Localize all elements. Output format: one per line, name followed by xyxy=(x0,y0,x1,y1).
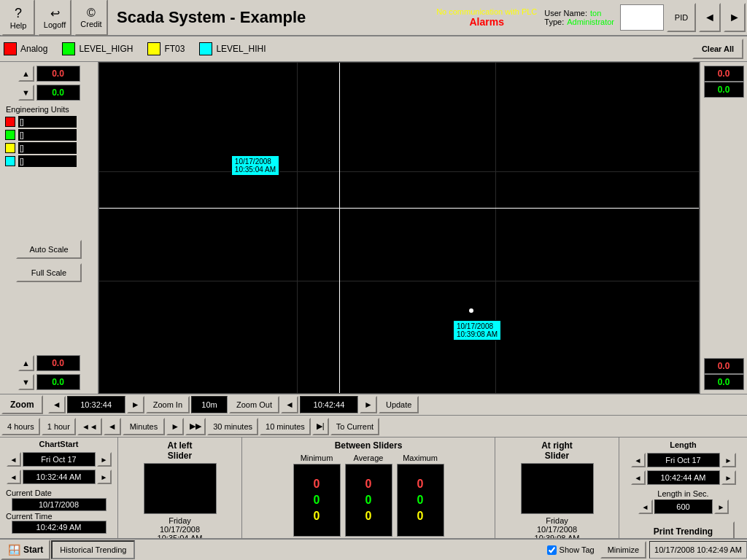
length-date-next[interactable]: ► xyxy=(721,453,736,467)
credit-button[interactable]: © Credit xyxy=(74,0,108,36)
user-label: User Name: xyxy=(544,9,587,18)
right-panel: 0.0 0.0 0.0 0.0 xyxy=(700,62,747,394)
time-display-2: 10:42:44 xyxy=(300,396,358,413)
logoff-label: Logoff xyxy=(44,20,66,29)
left-panel: ▲ 0.0 ▼ 0.0 Engineering Units [] [] xyxy=(0,62,98,394)
eng-color-3 xyxy=(5,143,15,153)
length-date-prev[interactable]: ◄ xyxy=(631,453,646,467)
length-time-prev[interactable]: ◄ xyxy=(631,470,646,485)
between-cols-container: Minimum 0 0 0 Average 0 0 0 Maximum 0 xyxy=(245,454,492,537)
eng-val-4: [] xyxy=(18,155,77,167)
length-sec-display: 600 xyxy=(654,499,713,514)
cs-time-next-button[interactable]: ► xyxy=(97,470,112,484)
time-next-button[interactable]: ► xyxy=(166,418,184,435)
between-min-label: Minimum xyxy=(301,454,333,462)
zoom-main-button[interactable]: Zoom xyxy=(1,395,43,414)
max-val-yellow: 0 xyxy=(417,510,424,523)
at-left-title: At leftSlider xyxy=(168,440,193,461)
show-tag-checkbox[interactable] xyxy=(547,545,557,555)
taskbar-app-item[interactable]: Historical Trending xyxy=(51,540,135,559)
full-scale-button[interactable]: Full Scale xyxy=(16,263,82,282)
chart-tooltip-2: 10/17/2008 10:39:08 AM xyxy=(453,320,501,341)
auto-scale-button[interactable]: Auto Scale xyxy=(16,240,82,259)
next-button[interactable]: ► xyxy=(724,3,746,32)
up-arrow-button[interactable]: ▲ xyxy=(18,66,34,82)
analog-label: Analog xyxy=(20,44,47,54)
chart-prev-button[interactable]: ◄ xyxy=(48,396,66,413)
level-hihi-color-box xyxy=(199,42,212,55)
eng-color-4 xyxy=(5,156,15,166)
update-button[interactable]: Update xyxy=(379,396,419,413)
double-next-button[interactable]: ▶▶ xyxy=(185,418,206,435)
at-left-panel: At leftSlider Friday 10/17/2008 10:35:04… xyxy=(118,438,242,545)
help-button[interactable]: ? Help xyxy=(1,0,35,36)
to-end-button[interactable]: ▶| xyxy=(312,418,329,435)
length-sec-label: Length in Sec. xyxy=(657,489,708,498)
crosshair-v1 xyxy=(339,63,340,393)
bottom-section: ChartStart ◄ Fri Oct 17 ► ◄ 10:32:44 AM … xyxy=(0,438,747,545)
taskbar-app-label: Historical Trending xyxy=(60,545,126,554)
curr-date-val: 10/17/2008 xyxy=(12,498,107,511)
zoom-in-button[interactable]: Zoom In xyxy=(146,396,190,413)
min-val-red: 0 xyxy=(314,478,320,491)
val2-text: 0.0 xyxy=(52,88,64,98)
eng-row-4: [] xyxy=(5,155,93,167)
clock-display: 10/17/2008 10:42:49 AM xyxy=(649,541,747,559)
slider-next-button[interactable]: ► xyxy=(360,396,377,413)
thirty-min-button[interactable]: 30 minutes xyxy=(207,418,258,435)
prev-button[interactable]: ◄ xyxy=(699,3,721,32)
ten-min-button[interactable]: 10 minutes xyxy=(260,418,311,435)
time-prev-button[interactable]: ◄ xyxy=(104,418,121,435)
max-val-green: 0 xyxy=(417,494,424,507)
show-tag-label: Show Tag xyxy=(560,545,595,554)
eng-color-1 xyxy=(5,117,15,127)
clear-all-button[interactable]: Clear All xyxy=(692,39,743,59)
to-current-button[interactable]: To Current xyxy=(330,418,379,435)
bottom-arrow-down-row: ▼ 0.0 xyxy=(18,374,80,390)
down-arrow-button[interactable]: ▼ xyxy=(18,85,34,101)
cs-nav-row: ◄ Fri Oct 17 ► xyxy=(7,452,112,467)
val1-text: 0.0 xyxy=(52,69,64,79)
tooltip1-time: 10:35:04 AM xyxy=(235,166,276,174)
alarms-text: Alarms xyxy=(469,16,503,28)
time-display-1: 10:32:44 xyxy=(67,396,125,413)
start-button[interactable]: 🪟 Start xyxy=(1,540,50,560)
minimize-button[interactable]: Minimize xyxy=(600,541,646,559)
legend-item-ft03: FT03 xyxy=(147,42,185,55)
time-bar: 4 hours 1 hour ◄◄ ◄ Minutes ► ▶▶ 30 minu… xyxy=(0,416,747,438)
logoff-button[interactable]: ↩ Logoff xyxy=(38,0,71,36)
white-box xyxy=(620,4,664,31)
ft03-color-box xyxy=(147,42,160,55)
chart-tooltip-1: 10/17/2008 10:35:04 AM xyxy=(231,155,279,176)
bottom-up-button[interactable]: ▲ xyxy=(18,355,34,371)
minutes-button[interactable]: Minutes xyxy=(123,418,166,435)
slider-prev-button[interactable]: ◄ xyxy=(281,396,298,413)
taskbar: 🪟 Start Historical Trending Show Tag Min… xyxy=(0,538,747,560)
chart-next-button[interactable]: ► xyxy=(127,396,144,413)
start-icon: 🪟 xyxy=(8,544,20,556)
tooltip2-time: 10:39:08 AM xyxy=(457,330,498,338)
crosshair-h1 xyxy=(99,208,699,209)
cs-prev-button[interactable]: ◄ xyxy=(7,452,21,467)
at-right-chart xyxy=(521,463,594,514)
one-hour-button[interactable]: 1 hour xyxy=(42,418,76,435)
cs-time-nav-row: ◄ 10:32:44 AM ► xyxy=(7,470,112,484)
pid-button[interactable]: PID xyxy=(667,3,696,32)
main-area: ▲ 0.0 ▼ 0.0 Engineering Units [] [] xyxy=(0,62,747,394)
type-value: Administrator xyxy=(567,18,614,26)
value-box-3: 0.0 xyxy=(36,355,80,371)
at-right-panel: At rightSlider Friday 10/17/2008 10:39:0… xyxy=(495,438,619,545)
four-hours-button[interactable]: 4 hours xyxy=(1,418,40,435)
bottom-down-button[interactable]: ▼ xyxy=(18,374,34,390)
cs-time-prev-button[interactable]: ◄ xyxy=(7,470,21,484)
length-sec-next[interactable]: ► xyxy=(714,499,729,514)
level-high-color-box xyxy=(62,42,75,55)
length-sec-prev[interactable]: ◄ xyxy=(638,499,653,514)
double-prev-button[interactable]: ◄◄ xyxy=(77,418,102,435)
cs-next-button[interactable]: ► xyxy=(97,452,112,467)
length-time-next[interactable]: ► xyxy=(721,470,736,485)
analog-color-box xyxy=(4,42,17,55)
zoom-out-button[interactable]: Zoom Out xyxy=(229,396,279,413)
avg-val-red: 0 xyxy=(365,478,372,491)
between-col-max: Maximum 0 0 0 xyxy=(397,454,444,537)
